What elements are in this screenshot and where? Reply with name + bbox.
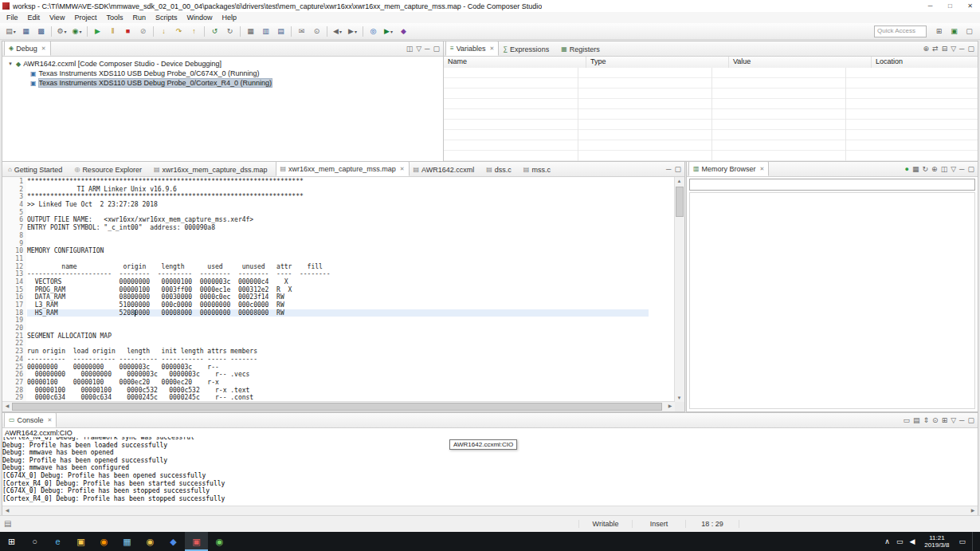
store-icon[interactable]: ▦	[116, 532, 139, 551]
refresh-button[interactable]: ↻	[923, 165, 929, 173]
line-number[interactable]: 11	[2, 255, 27, 263]
toolbar-icon[interactable]	[87, 26, 88, 37]
save-button[interactable]: ▦	[19, 25, 33, 37]
line-number[interactable]: 20	[2, 325, 27, 333]
line-number[interactable]: 13	[2, 270, 27, 278]
add-expression-button[interactable]: ⊕	[923, 45, 930, 53]
scroll-up-arrow[interactable]: ▲	[675, 177, 684, 185]
tab-mss-c[interactable]: ▤ mss.c	[519, 163, 559, 176]
volume-icon[interactable]: ◀	[909, 537, 915, 545]
run-external-button[interactable]: ▶	[382, 25, 395, 37]
link-button[interactable]: ⊕	[931, 165, 938, 173]
quick-access-input[interactable]: Quick Access	[874, 26, 927, 37]
minimize-button[interactable]: ─	[920, 0, 940, 12]
tab-ccxml[interactable]: ▤ AWR1642.ccxml	[410, 163, 483, 176]
tab-memory-browser[interactable]: ▥ Memory Browser ✕	[688, 161, 769, 176]
menu-item[interactable]: Tools	[101, 14, 127, 22]
line-number[interactable]: 1	[2, 178, 27, 186]
tab-console[interactable]: ▭ Console ✕	[4, 412, 57, 427]
line-number[interactable]: 24	[2, 356, 27, 364]
line-number[interactable]: 8	[2, 232, 27, 240]
pin-button[interactable]: ⊙	[310, 25, 323, 37]
line-number[interactable]: 19	[2, 317, 27, 325]
view-menu-button[interactable]: ▽	[951, 416, 956, 424]
line-number[interactable]: 16	[2, 293, 27, 301]
line-number[interactable]: 6	[2, 216, 27, 224]
profile-button[interactable]: ◆	[397, 25, 410, 37]
show-columns-button[interactable]: ⇄	[932, 45, 939, 53]
line-number[interactable]: 15	[2, 286, 27, 294]
tab-expressions[interactable]: ∑ Expressions	[499, 42, 557, 56]
pin-console-button[interactable]: ⊙	[932, 416, 939, 424]
new-file-button[interactable]: ▤	[4, 25, 18, 37]
menu-item[interactable]: Edit	[23, 14, 45, 22]
suspend-button[interactable]: ‖	[106, 25, 120, 37]
maximize-button[interactable]: □	[940, 0, 960, 12]
debug-core-cortex-r4[interactable]: ▣ Texas Instruments XDS110 USB Debug Pro…	[2, 78, 443, 88]
line-number[interactable]: 21	[2, 333, 27, 340]
memory-content-area[interactable]	[689, 192, 975, 409]
close-button[interactable]: ✕	[960, 0, 980, 12]
tray-chevron-icon[interactable]: ∧	[884, 537, 890, 545]
tab-mss-map[interactable]: ▤ xwr16xx_mem_capture_mss.map ✕	[276, 161, 410, 176]
clear-console-button[interactable]: ▤	[913, 416, 920, 424]
tab-registers[interactable]: ▦ Registers	[557, 42, 608, 56]
close-icon[interactable]: ✕	[41, 45, 46, 52]
restart-button[interactable]: ↺	[208, 25, 221, 37]
maximize-button[interactable]: ▢	[674, 165, 681, 173]
toolbar-icon[interactable]	[51, 26, 52, 37]
maximize-button[interactable]: ▢	[967, 45, 974, 53]
line-number[interactable]: 28	[2, 387, 27, 395]
forward-button[interactable]: ▶	[346, 25, 359, 37]
toolbar-icon[interactable]	[291, 26, 292, 37]
step-return-button[interactable]: ↑	[187, 25, 201, 37]
scroll-left-arrow[interactable]: ◀	[2, 402, 12, 411]
menu-item[interactable]: View	[45, 14, 69, 22]
close-icon[interactable]: ✕	[48, 417, 53, 423]
toolbar-icon[interactable]	[204, 26, 205, 37]
line-number[interactable]: 27	[2, 379, 27, 387]
column-header[interactable]: Location	[872, 57, 980, 68]
line-number[interactable]: 5	[2, 209, 27, 217]
view-menu-button[interactable]: ▽	[416, 45, 421, 53]
tab-dss-c[interactable]: ▤ dss.c	[482, 163, 519, 176]
action-center-icon[interactable]: ▭	[958, 537, 966, 545]
view-menu-button[interactable]: ▽	[951, 45, 956, 53]
vertical-scrollbar[interactable]: ▲ ▼	[674, 177, 684, 402]
scroll-down-arrow[interactable]: ▼	[675, 394, 684, 402]
line-number[interactable]: 23	[2, 348, 27, 356]
menu-item[interactable]: Scripts	[151, 14, 182, 22]
scroll-lock-button[interactable]: ⇕	[923, 416, 930, 424]
debug-core-c674x[interactable]: ▣ Texas Instruments XDS110 USB Debug Pro…	[2, 69, 443, 78]
line-number[interactable]: 4	[2, 201, 27, 209]
mail-button[interactable]: ✉	[295, 25, 308, 37]
disconnect-button[interactable]: ⊘	[136, 25, 150, 37]
column-header[interactable]: Type	[586, 57, 729, 68]
debug-button[interactable]: ◉	[70, 25, 84, 37]
ccs-edit-perspective-button[interactable]: ▢	[962, 25, 976, 37]
show-desktop-button[interactable]	[972, 532, 977, 551]
firefox-icon[interactable]: ◉	[92, 532, 116, 551]
go-button[interactable]: ●	[905, 165, 909, 173]
menu-item[interactable]: Run	[127, 14, 151, 22]
tab-resource-explorer[interactable]: ◎ Resource Explorer	[70, 163, 150, 176]
step-over-button[interactable]: ↷	[172, 25, 186, 37]
line-number[interactable]: 18	[2, 309, 27, 317]
search-button[interactable]: ◎	[367, 25, 380, 37]
display-icon[interactable]: ▭	[896, 537, 904, 545]
app-icon[interactable]: ◆	[162, 532, 185, 551]
file-explorer-icon[interactable]: ▣	[69, 532, 92, 551]
edge-icon[interactable]: e	[46, 532, 69, 551]
toolbar-icon[interactable]	[153, 26, 154, 37]
memory-view-button[interactable]: ▥	[259, 25, 272, 37]
show-console-button[interactable]: ▭	[904, 416, 911, 424]
resume-button[interactable]: ▶	[91, 25, 104, 37]
line-number[interactable]: 7	[2, 224, 27, 232]
line-number[interactable]: 17	[2, 301, 27, 309]
menu-item[interactable]: Project	[69, 14, 101, 22]
menu-item[interactable]: Window	[182, 14, 217, 22]
close-icon[interactable]: ✕	[490, 45, 495, 52]
ccs-debug-perspective-button[interactable]: ▣	[947, 25, 961, 37]
scroll-right-arrow[interactable]: ▶	[968, 506, 978, 515]
taskbar-clock[interactable]: 11:21 2019/3/8	[921, 534, 952, 549]
